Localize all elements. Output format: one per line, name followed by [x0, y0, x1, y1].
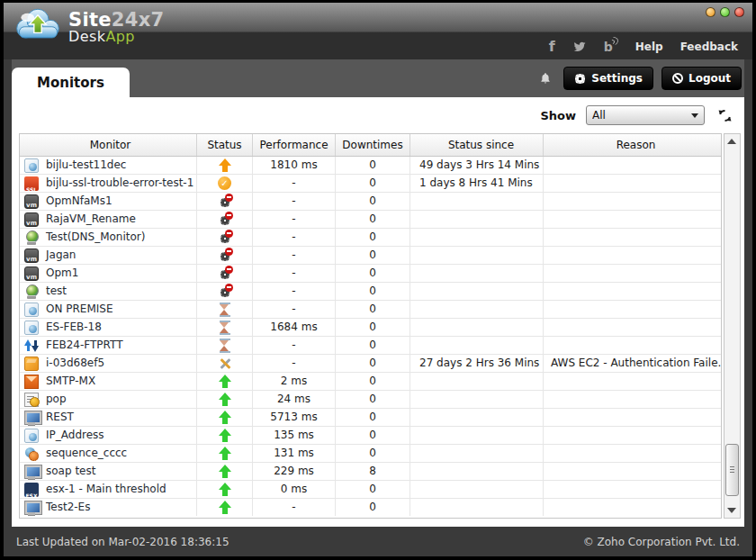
table-row[interactable]: i-03d68ef5-027 days 2 Hrs 36 MinsAWS EC2…	[20, 355, 721, 373]
table-row[interactable]: FEB24-FTPRTT-0	[20, 337, 721, 355]
monitor-cell: ON PREMISE	[20, 301, 197, 318]
reason-cell	[544, 301, 721, 318]
copyright-text: © Zoho Corporation Pvt. Ltd.	[583, 536, 740, 548]
vm-monitor-icon	[24, 194, 39, 209]
feedback-link[interactable]: Feedback	[680, 41, 738, 53]
logout-button-label: Logout	[688, 72, 731, 85]
monitor-name[interactable]: bijlu-ssl-trouble-error-test-1	[46, 175, 194, 192]
table-row[interactable]: sequence_cccc131 ms0	[20, 445, 721, 463]
downtimes-cell: 0	[336, 175, 410, 192]
monitor-cell: RajaVM_Rename	[20, 211, 197, 228]
up-arrow-icon	[218, 447, 232, 461]
table-row[interactable]: bijlu-test11dec1810 ms049 days 3 Hrs 14 …	[20, 157, 721, 175]
status-since-cell	[410, 319, 544, 336]
site24x7-logo: Site24x7 DeskApp	[13, 5, 164, 45]
table-row[interactable]: Opm1-0	[20, 265, 721, 283]
monitor-name[interactable]: RajaVM_Rename	[46, 211, 136, 228]
vm-monitor-icon	[24, 248, 39, 263]
table-row[interactable]: IP_Address135 ms0	[20, 427, 721, 445]
show-filter-select[interactable]: All	[586, 105, 705, 125]
monitor-name[interactable]: bijlu-test11dec	[46, 157, 126, 174]
monitor-cell: sequence_cccc	[20, 445, 197, 462]
maximize-button[interactable]	[720, 7, 730, 17]
monitor-name[interactable]: pop	[46, 391, 67, 408]
notification-bell-icon[interactable]	[539, 71, 552, 86]
performance-cell: -	[253, 175, 336, 192]
downtimes-cell: 0	[336, 193, 410, 210]
status-since-cell: 49 days 3 Hrs 14 Mins	[410, 157, 544, 174]
status-since-cell	[410, 391, 544, 408]
monitor-name[interactable]: i-03d68ef5	[46, 355, 104, 372]
table-row[interactable]: ON PREMISE-0	[20, 301, 721, 319]
facebook-icon[interactable]: f	[549, 41, 555, 53]
table-row[interactable]: Test2-Es-0	[20, 499, 721, 517]
suspended-gear-icon	[218, 230, 232, 245]
monitor-name[interactable]: SMTP-MX	[46, 373, 95, 390]
status-cell	[197, 211, 253, 228]
status-since-cell	[410, 499, 544, 516]
column-header-status-since[interactable]: Status since	[410, 134, 544, 156]
vertical-scrollbar[interactable]	[724, 133, 741, 519]
monitor-name[interactable]: IP_Address	[46, 427, 104, 444]
scrollbar-thumb[interactable]	[725, 444, 739, 496]
reason-cell	[544, 247, 721, 264]
downtimes-cell: 0	[336, 229, 410, 246]
computer-monitor-icon	[24, 465, 39, 479]
smtp-monitor-icon	[24, 375, 39, 389]
monitor-cell: Test(DNS_Monitor)	[20, 229, 197, 246]
tab-monitors[interactable]: Monitors	[12, 68, 130, 97]
monitor-name[interactable]: Test(DNS_Monitor)	[46, 229, 145, 246]
logout-button[interactable]: Logout	[662, 67, 742, 90]
downtimes-cell: 0	[336, 355, 410, 372]
settings-button[interactable]: Settings	[563, 67, 653, 90]
help-link[interactable]: Help	[635, 41, 663, 53]
monitor-name[interactable]: Test2-Es	[46, 499, 90, 516]
reason-cell	[544, 157, 721, 174]
scroll-up-arrow-icon[interactable]	[727, 139, 736, 144]
monitor-name[interactable]: ES-FEB-18	[46, 319, 102, 336]
blog-rss-icon[interactable]: b	[604, 41, 613, 53]
column-header-performance[interactable]: Performance	[253, 134, 336, 156]
monitor-name[interactable]: test	[46, 283, 67, 300]
column-header-status[interactable]: Status	[197, 134, 253, 156]
column-header-reason[interactable]: Reason	[544, 134, 721, 156]
table-row[interactable]: RajaVM_Rename-0	[20, 211, 721, 229]
minimize-button[interactable]	[706, 7, 716, 17]
table-row[interactable]: Test(DNS_Monitor)-0	[20, 229, 721, 247]
reason-cell	[544, 481, 721, 498]
up-arrow-icon	[218, 429, 232, 443]
monitor-name[interactable]: Opm1	[46, 265, 78, 282]
close-button[interactable]	[734, 7, 744, 17]
status-cell	[197, 265, 253, 282]
tab-bar: Monitors Settings Logout	[12, 59, 744, 97]
table-row[interactable]: soap test229 ms8	[20, 463, 721, 481]
table-row[interactable]: bijlu-ssl-trouble-error-test-1-01 days 8…	[20, 175, 721, 193]
suspended-gear-icon	[218, 285, 232, 299]
monitor-name[interactable]: FEB24-FTPRTT	[46, 337, 123, 354]
monitor-name[interactable]: sequence_cccc	[46, 445, 127, 462]
twitter-icon[interactable]	[572, 41, 587, 53]
table-row[interactable]: OpmNfaMs1-0	[20, 193, 721, 211]
column-header-downtimes[interactable]: Downtimes	[336, 134, 410, 156]
table-row[interactable]: SMTP-MX2 ms0	[20, 373, 721, 391]
monitor-name[interactable]: soap test	[46, 463, 95, 480]
table-row[interactable]: REST5713 ms0	[20, 409, 721, 427]
performance-cell: -	[253, 193, 336, 210]
suspended-gear-icon	[218, 266, 232, 281]
scroll-down-arrow-icon[interactable]	[727, 508, 736, 513]
table-row[interactable]: esx-1 - Main threshold0 ms0	[20, 481, 721, 499]
table-row[interactable]: pop24 ms0	[20, 391, 721, 409]
monitor-name[interactable]: esx-1 - Main threshold	[46, 481, 166, 498]
monitor-name[interactable]: ON PREMISE	[46, 301, 112, 318]
monitor-name[interactable]: Jagan	[46, 247, 76, 264]
refresh-icon[interactable]	[718, 109, 732, 122]
column-header-monitor[interactable]: Monitor	[20, 134, 197, 156]
table-row[interactable]: Jagan-0	[20, 247, 721, 265]
monitor-cell: Test2-Es	[20, 499, 197, 516]
table-row[interactable]: ES-FEB-181684 ms0	[20, 319, 721, 337]
table-row[interactable]: test-0	[20, 283, 721, 301]
monitor-name[interactable]: REST	[46, 409, 74, 426]
status-since-cell	[410, 193, 544, 210]
suspended-gear-icon	[218, 212, 232, 227]
monitor-name[interactable]: OpmNfaMs1	[46, 193, 112, 210]
